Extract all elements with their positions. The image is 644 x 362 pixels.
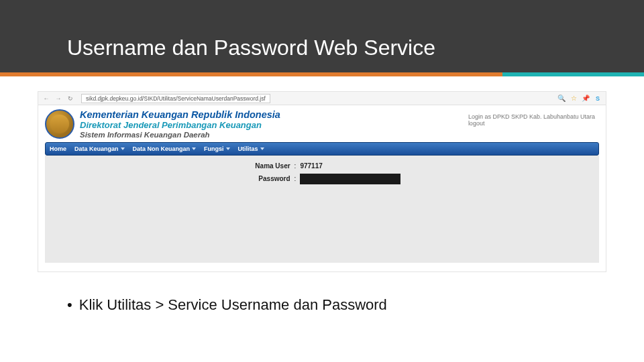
row-username: Nama User : 977117: [45, 162, 599, 170]
colon: :: [294, 175, 297, 182]
site-header: Kementerian Keuangan Republik Indonesia …: [38, 105, 606, 141]
menu-utilitas-label: Utilitas: [238, 145, 258, 152]
address-bar[interactable]: sikd.djpk.depkeu.go.id/SIKD/Utilitas/Ser…: [81, 94, 270, 103]
username-label: Nama User: [244, 162, 290, 170]
chevron-down-icon: [260, 147, 264, 150]
menu-home[interactable]: Home: [50, 145, 66, 152]
password-redacted: [300, 174, 400, 184]
row-password: Password :: [45, 174, 599, 184]
extension-pin-icon[interactable]: 📌: [582, 95, 590, 103]
chevron-down-icon: [121, 147, 125, 150]
bullet-text: Klik Utilitas > Service Username dan Pas…: [79, 296, 387, 313]
colon: :: [294, 162, 297, 170]
extension-s-icon[interactable]: S: [594, 95, 602, 103]
accent-teal: [502, 72, 644, 76]
logout-link[interactable]: logout: [468, 120, 595, 127]
embedded-screenshot: ← → ↻ sikd.djpk.depkeu.go.id/SIKD/Utilit…: [38, 91, 606, 272]
main-menu: Home Data Keuangan Data Non Keuangan Fun…: [45, 142, 599, 156]
menu-data-keuangan-label: Data Keuangan: [74, 145, 119, 152]
site-titles: Kementerian Keuangan Republik Indonesia …: [80, 109, 280, 139]
bullet-dot-icon: •: [67, 296, 72, 313]
slide-title: Username dan Password Web Service: [67, 36, 435, 60]
menu-fungsi-label: Fungsi: [204, 145, 224, 152]
accent-orange: [0, 72, 502, 76]
menu-data-non-keuangan[interactable]: Data Non Keuangan: [133, 145, 197, 152]
site-title-line3: Sistem Informasi Keuangan Daerah: [80, 131, 280, 139]
menu-utilitas[interactable]: Utilitas: [238, 145, 264, 152]
bullet-list: •Klik Utilitas > Service Username dan Pa…: [67, 296, 387, 314]
username-value: 977117: [300, 162, 400, 170]
accent-bar: [0, 72, 644, 76]
password-label: Password: [244, 175, 290, 182]
bookmark-icon[interactable]: ☆: [570, 95, 578, 103]
slide-header: Username dan Password Web Service: [0, 0, 644, 72]
ministry-logo-icon: [45, 109, 74, 139]
content-area: Nama User : 977117 Password :: [45, 156, 599, 263]
login-info: Login as DPKD SKPD Kab. Labuhanbatu Utar…: [468, 109, 599, 127]
login-as-text: Login as DPKD SKPD Kab. Labuhanbatu Utar…: [468, 113, 595, 120]
search-icon[interactable]: 🔍: [557, 95, 566, 103]
menu-data-keuangan[interactable]: Data Keuangan: [74, 145, 125, 152]
browser-toolbar: ← → ↻ sikd.djpk.depkeu.go.id/SIKD/Utilit…: [38, 92, 606, 105]
site-title-line1: Kementerian Keuangan Republik Indonesia: [80, 109, 280, 121]
site-title-line2: Direktorat Jenderal Perimbangan Keuangan: [80, 121, 280, 131]
chevron-down-icon: [192, 147, 196, 150]
menu-data-non-keuangan-label: Data Non Keuangan: [133, 145, 191, 152]
chevron-down-icon: [226, 147, 230, 150]
menu-fungsi[interactable]: Fungsi: [204, 145, 230, 152]
menu-home-label: Home: [50, 145, 66, 152]
back-icon[interactable]: ←: [42, 95, 50, 102]
reload-icon[interactable]: ↻: [66, 95, 74, 102]
forward-icon[interactable]: →: [54, 95, 62, 102]
